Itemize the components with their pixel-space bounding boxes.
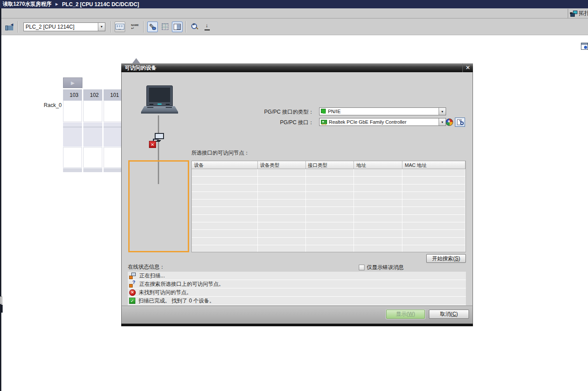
rack-slot-cell[interactable] [104, 122, 123, 147]
toolbar-divider [111, 21, 112, 33]
pen-eye-icon [149, 23, 156, 30]
only-errors-checkbox[interactable]: 仅显示错误消息 [359, 264, 404, 271]
magnifier-icon [460, 122, 464, 125]
table-column-header: 接口类型 [306, 161, 354, 169]
breadcrumb-project[interactable]: 读取1270水泵房程序 [3, 0, 52, 8]
search-nodes-icon [129, 281, 136, 288]
table-cell [192, 230, 258, 237]
rack-slot-cell[interactable] [63, 100, 82, 122]
rack-expand-button[interactable]: ▶ [63, 77, 82, 88]
table-cell [354, 184, 402, 192]
table-cell [402, 177, 465, 184]
table-row[interactable] [192, 199, 465, 207]
go-to-network-button[interactable] [4, 22, 15, 32]
status-message-row: ✕未找到可访问的节点。 [128, 288, 466, 297]
table-row[interactable] [192, 230, 465, 237]
rack-slot-cell[interactable] [63, 168, 82, 172]
table-cell [306, 207, 354, 214]
table-cell [306, 192, 354, 199]
pgpc-type-dropdown[interactable]: PN/IE ▼ [319, 107, 446, 115]
rack-slot-cell[interactable] [63, 147, 82, 168]
interface-properties-button[interactable] [455, 118, 465, 127]
rack-slot-cell[interactable] [83, 122, 102, 147]
rack-slot-cell[interactable] [83, 168, 102, 172]
chevron-down-icon[interactable]: ▼ [98, 23, 105, 31]
table-cell [192, 207, 258, 214]
pgpc-type-label: PG/PC 接口的类型： [217, 108, 314, 116]
breadcrumb-device[interactable]: PLC_2 [CPU 1214C DC/DC/DC] [62, 1, 139, 7]
name-label-icon: NAME ↵ [131, 24, 139, 30]
rack-row[interactable] [63, 122, 123, 147]
rack-slot-cell[interactable] [104, 147, 123, 168]
status-message-row: ✓扫描已完成。 找到了 0 个设备。 [128, 297, 466, 305]
cancel-button[interactable]: 取消(C) [429, 310, 469, 319]
measure-button[interactable] [115, 22, 125, 32]
table-cell [402, 169, 465, 177]
rack-slot-cell[interactable] [104, 100, 123, 122]
selected-device-panel[interactable]: 闪烁 LED [128, 160, 189, 252]
table-cell [258, 230, 306, 237]
checkbox-icon[interactable] [359, 265, 365, 270]
table-column-header: MAC 地址 [402, 161, 465, 169]
table-row[interactable] [192, 238, 465, 245]
status-message-text: 未找到可访问的节点。 [139, 289, 192, 296]
status-message-text: 正在搜索所选接口上的可访问节点。 [139, 280, 224, 288]
table-cell [306, 215, 354, 222]
rack-slot-cell[interactable] [104, 168, 123, 172]
rack-slot-cell[interactable] [83, 100, 102, 122]
breadcrumb: 读取1270水泵房程序 ▶ PLC_2 [CPU 1214C DC/DC/DC] [0, 0, 588, 8]
topology-icon [570, 11, 577, 17]
rack-name-label: Rack_0 [18, 102, 62, 108]
rack-slot-cell[interactable] [83, 147, 102, 168]
accessible-nodes-table: 设备设备类型接口类型地址MAC 地址 [191, 161, 466, 252]
table-row[interactable] [192, 245, 465, 252]
table-row[interactable] [192, 177, 465, 184]
table-header-row: 设备设备类型接口类型地址MAC 地址 [192, 161, 465, 169]
table-cell [192, 245, 258, 252]
rack-row[interactable] [63, 100, 123, 122]
table-cell [402, 215, 465, 222]
zoom-button[interactable] [190, 22, 200, 32]
table-cell [402, 192, 465, 199]
table-cell [258, 215, 306, 222]
connection-broken-icon: ✕ [149, 133, 164, 150]
table-row[interactable] [192, 215, 465, 222]
tia-portal-window: 读取1270水泵房程序 ▶ PLC_2 [CPU 1214C DC/DC/DC]… [0, 0, 588, 391]
table-cell [192, 192, 258, 199]
chevron-down-icon[interactable]: ▼ [439, 108, 446, 115]
columns-icon [174, 24, 181, 30]
chevron-down-icon[interactable]: ▼ [439, 118, 446, 125]
table-cell [258, 222, 306, 230]
table-cell [354, 245, 402, 252]
pgpc-interface-dropdown[interactable]: Realtek PCIe GbE Family Controller ▼ [319, 118, 446, 126]
rack-row[interactable] [63, 168, 123, 172]
toggle-overview-button[interactable] [172, 22, 182, 32]
table-row[interactable] [192, 184, 465, 192]
device-nav-icon [4, 22, 14, 31]
show-names-button[interactable]: NAME ↵ [130, 22, 140, 32]
rack-row[interactable] [63, 147, 123, 168]
table-row[interactable] [192, 169, 465, 177]
tab-topology-view[interactable]: 拓扑 [568, 9, 588, 18]
table-row[interactable] [192, 207, 465, 214]
table-cell [192, 238, 258, 245]
start-search-button[interactable]: 开始搜索(S) [426, 254, 466, 263]
rack-slot-header: 101 [104, 89, 123, 100]
table-row[interactable] [192, 192, 465, 199]
close-icon[interactable]: ✕ [462, 63, 473, 72]
table-row[interactable] [192, 222, 465, 230]
toggle-grid-button[interactable] [160, 22, 170, 32]
rack-slot-cell[interactable] [63, 122, 82, 147]
grid-icon [162, 23, 168, 30]
pgpc-interface-value: Realtek PCIe GbE Family Controller [329, 119, 439, 125]
zoom-fit-button[interactable] [202, 22, 212, 32]
network-card-icon [321, 120, 327, 124]
rack-slot-headers: 103102101 [63, 89, 123, 100]
device-selector-dropdown[interactable]: PLC_2 [CPU 1214C] ▼ [23, 22, 105, 31]
table-cell [306, 177, 354, 184]
table-cell [258, 238, 306, 245]
network-settings-globe-icon[interactable] [446, 118, 453, 126]
show-button[interactable]: 显示(W) [386, 310, 425, 319]
edit-mode-button[interactable] [147, 22, 158, 32]
status-message-row: 正在扫描... [128, 272, 466, 280]
